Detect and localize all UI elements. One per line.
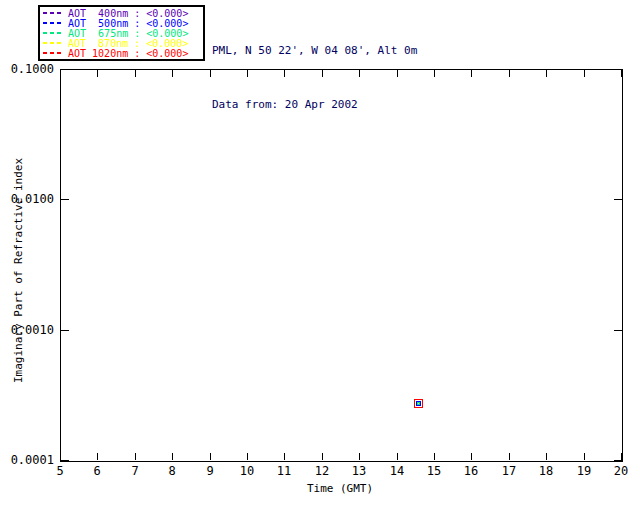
- x-tick-major-top: [397, 70, 398, 77]
- x-tick-label: 15: [427, 464, 441, 478]
- x-tick-major: [60, 453, 61, 460]
- x-tick-major-top: [210, 70, 211, 77]
- x-tick-major: [584, 453, 585, 460]
- header-site-line: PML, N 50 22', W 04 08', Alt 0m: [212, 42, 417, 60]
- legend-dash-line: [43, 42, 64, 44]
- y-tick-label: 0.0010: [0, 323, 54, 337]
- legend-dash-line: [43, 52, 64, 54]
- x-tick-major-top: [284, 70, 285, 77]
- x-tick-label: 8: [168, 464, 175, 478]
- x-tick-major: [135, 453, 136, 460]
- x-tick-major-top: [471, 70, 472, 77]
- x-tick-label: 17: [502, 464, 516, 478]
- legend-item: AOT 400nm : <0.000>: [43, 8, 200, 18]
- x-tick-label: 18: [539, 464, 553, 478]
- y-tick-label: 0.1000: [0, 62, 54, 76]
- x-tick-major-top: [247, 70, 248, 77]
- legend-item: AOT 1020nm : <0.000>: [43, 48, 200, 58]
- legend-item: AOT 675nm : <0.000>: [43, 28, 200, 38]
- legend-box: AOT 400nm : <0.000>AOT 500nm : <0.000>AO…: [38, 5, 205, 61]
- x-tick-major: [359, 453, 360, 460]
- x-tick-label: 19: [577, 464, 591, 478]
- x-tick-major: [509, 453, 510, 460]
- x-tick-label: 12: [315, 464, 329, 478]
- x-tick-label: 6: [93, 464, 100, 478]
- y-tick-major-right: [614, 460, 622, 461]
- y-tick-major: [61, 69, 69, 70]
- x-tick-major-top: [359, 70, 360, 77]
- x-tick-major: [284, 453, 285, 460]
- y-axis-title: Imaginary Part of Refractive index: [12, 151, 25, 391]
- x-tick-major-top: [621, 70, 622, 77]
- legend-dash-line: [43, 32, 64, 34]
- x-axis-title: Time (GMT): [307, 482, 373, 495]
- y-tick-label: 0.0100: [0, 192, 54, 206]
- x-tick-label: 14: [390, 464, 404, 478]
- y-tick-label: 0.0001: [0, 453, 54, 467]
- x-tick-major: [247, 453, 248, 460]
- x-tick-major-top: [509, 70, 510, 77]
- plot-frame: [60, 69, 623, 462]
- legend-item: AOT 870nm : <0.000>: [43, 38, 200, 48]
- x-tick-major: [322, 453, 323, 460]
- legend-item: AOT 500nm : <0.000>: [43, 18, 200, 28]
- x-tick-major: [434, 453, 435, 460]
- x-tick-major: [546, 453, 547, 460]
- y-tick-major-right: [614, 199, 622, 200]
- x-tick-major: [210, 453, 211, 460]
- legend-dash-line: [43, 12, 64, 14]
- data-point-marker: [414, 393, 423, 402]
- x-tick-label: 10: [240, 464, 254, 478]
- y-tick-major-right: [614, 330, 622, 331]
- x-tick-major-top: [322, 70, 323, 77]
- y-tick-major: [61, 330, 69, 331]
- legend-item-label: AOT 1020nm : <0.000>: [68, 48, 188, 59]
- x-tick-major-top: [546, 70, 547, 77]
- x-tick-label: 16: [464, 464, 478, 478]
- x-tick-major: [621, 453, 622, 460]
- x-tick-label: 11: [277, 464, 291, 478]
- y-tick-major: [61, 199, 69, 200]
- x-tick-major-top: [584, 70, 585, 77]
- x-tick-label: 13: [352, 464, 366, 478]
- x-tick-major: [97, 453, 98, 460]
- x-tick-label: 5: [56, 464, 63, 478]
- legend-dash-line: [43, 22, 64, 24]
- y-tick-major-right: [614, 69, 622, 70]
- x-tick-major-top: [172, 70, 173, 77]
- x-tick-major-top: [434, 70, 435, 77]
- x-tick-label: 20: [614, 464, 628, 478]
- y-tick-major: [61, 460, 69, 461]
- x-tick-label: 9: [206, 464, 213, 478]
- x-tick-major: [471, 453, 472, 460]
- x-tick-major: [397, 453, 398, 460]
- x-tick-major-top: [97, 70, 98, 77]
- x-tick-major-top: [60, 70, 61, 77]
- x-tick-major: [172, 453, 173, 460]
- x-tick-label: 7: [131, 464, 138, 478]
- x-tick-major-top: [135, 70, 136, 77]
